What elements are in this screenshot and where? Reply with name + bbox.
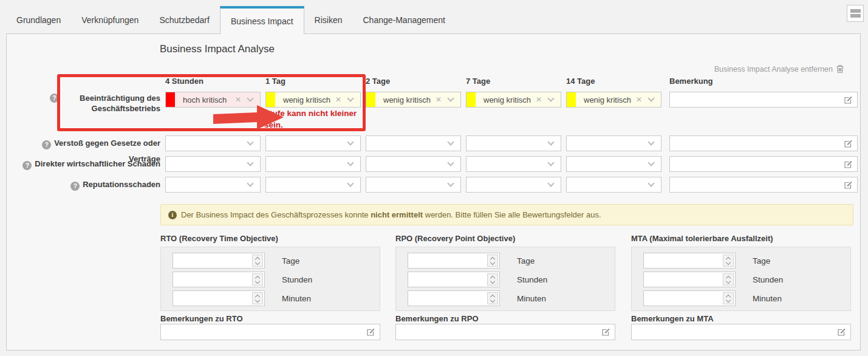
chevron-down-icon	[648, 159, 654, 166]
criticality-swatch	[166, 92, 175, 107]
clear-icon[interactable]: ✕	[436, 95, 442, 104]
bemerkung-input[interactable]	[669, 156, 858, 172]
criticality-select-4-stunden[interactable]	[165, 177, 261, 193]
mta-tage-spinner[interactable]	[643, 253, 736, 269]
row-label: ?Reputationsschaden	[12, 177, 160, 193]
spinner-buttons[interactable]	[723, 255, 734, 267]
matrix-row-wirtschaftlicher-schaden: ?Direkter wirtschaftlicher Schaden	[12, 156, 858, 172]
column-header-2-tage: 2 Tage	[366, 77, 461, 86]
help-icon[interactable]: ?	[70, 182, 80, 191]
edit-icon	[366, 327, 375, 337]
criticality-select-7-tage[interactable]: wenig kritisch ✕	[466, 92, 561, 108]
rto-tage-spinner[interactable]	[173, 253, 265, 269]
chevron-down-icon	[247, 139, 253, 145]
criticality-select-2-tage[interactable]: wenig kritisch ✕	[366, 92, 461, 108]
criticality-select-14-tage[interactable]	[566, 156, 661, 172]
tab-verknuepfungen[interactable]: Verknüpfungen	[71, 6, 149, 33]
criticality-select-2-tage[interactable]	[366, 156, 461, 172]
rto-remark-label: Bemerkungen zu RTO	[160, 314, 243, 323]
criticality-select-2-tage[interactable]	[366, 135, 461, 151]
tab-grundlagen[interactable]: Grundlagen	[6, 6, 71, 33]
criticality-select-1-tag[interactable]	[265, 156, 361, 172]
criticality-select-2-tage[interactable]	[366, 177, 461, 193]
criticality-select-4-stunden[interactable]	[165, 156, 261, 172]
chevron-down-icon	[247, 180, 253, 187]
criticality-select-4-stunden[interactable]	[165, 135, 261, 151]
edit-icon	[844, 139, 853, 148]
bemerkung-input[interactable]	[669, 92, 858, 108]
clear-icon[interactable]: ✕	[636, 95, 642, 104]
chevron-down-icon	[547, 95, 554, 101]
layout-toggle-button[interactable]	[847, 5, 864, 22]
mta-remark-label: Bemerkungen zu MTA	[631, 314, 714, 323]
column-header-14-tage: 14 Tage	[566, 77, 661, 86]
info-icon: i	[168, 211, 177, 219]
rto-section-title: RTO (Recovery Time Objective)	[160, 234, 278, 243]
column-header-1-tag: 1 Tag	[265, 77, 361, 86]
chevron-down-icon	[247, 95, 253, 101]
clear-icon[interactable]: ✕	[235, 95, 241, 104]
chevron-down-icon	[447, 159, 454, 166]
rpo-remark-input[interactable]	[395, 324, 615, 340]
column-header-7-tage: 7 Tage	[466, 77, 561, 86]
mta-minuten-spinner[interactable]	[643, 290, 736, 306]
criticality-select-7-tage[interactable]	[466, 156, 561, 172]
spinner-buttons[interactable]	[252, 292, 263, 304]
matrix-row-reputationsschaden: ?Reputationsschaden	[12, 177, 858, 193]
mta-panel: Tage Stunden Minuten	[631, 247, 851, 311]
chevron-down-icon	[547, 159, 554, 166]
remove-analysis-button[interactable]: Business Impact Analyse entfernen	[714, 64, 844, 74]
spinner-buttons[interactable]	[252, 273, 263, 286]
chevron-down-icon	[347, 159, 354, 166]
tab-risiken[interactable]: Risiken	[304, 6, 353, 33]
criticality-select-14-tage[interactable]	[566, 177, 661, 193]
rpo-panel: Tage Stunden Minuten	[395, 247, 615, 311]
chevron-down-icon	[547, 139, 554, 145]
criticality-select-7-tage[interactable]	[466, 135, 561, 151]
criticality-select-4-stunden[interactable]: hoch kritisch ✕	[165, 92, 261, 108]
edit-icon	[844, 160, 853, 169]
spinner-buttons[interactable]	[487, 273, 498, 286]
rto-stunden-spinner[interactable]	[173, 272, 265, 287]
column-header-bemerkung: Bemerkung	[669, 77, 858, 86]
criticality-select-7-tage[interactable]	[466, 177, 561, 193]
help-icon[interactable]: ?	[50, 94, 59, 103]
mta-remark-input[interactable]	[631, 324, 851, 340]
help-icon[interactable]: ?	[42, 140, 51, 149]
clear-icon[interactable]: ✕	[536, 95, 542, 104]
tab-change-management[interactable]: Change-Management	[353, 6, 456, 33]
criticality-select-1-tag[interactable]: wenig kritisch ✕	[265, 92, 361, 108]
help-icon[interactable]: ?	[22, 161, 32, 170]
criticality-select-14-tage[interactable]	[566, 135, 661, 151]
info-banner: i Der Business Impact des Geschäftsproze…	[160, 204, 853, 225]
rto-minuten-spinner[interactable]	[173, 290, 265, 306]
spinner-buttons[interactable]	[487, 255, 498, 267]
bemerkung-input[interactable]	[669, 135, 858, 151]
criticality-select-14-tage[interactable]: wenig kritisch ✕	[566, 92, 661, 108]
row-label: ?Beeinträchtigung des Geschäftsbetriebs	[12, 92, 160, 114]
rpo-minuten-spinner[interactable]	[408, 290, 500, 306]
mta-section-title: MTA (Maximal tolerierbare Ausfallzeit)	[631, 234, 773, 243]
clear-icon[interactable]: ✕	[335, 95, 341, 104]
rpo-stunden-spinner[interactable]	[408, 272, 500, 287]
rto-panel: Tage Stunden Minuten	[160, 247, 380, 311]
rpo-remark-label: Bemerkungen zu RPO	[395, 314, 479, 323]
bemerkung-input[interactable]	[669, 177, 858, 193]
mta-stunden-spinner[interactable]	[643, 272, 736, 287]
criticality-select-1-tag[interactable]	[265, 135, 361, 151]
tab-schutzbedarf[interactable]: Schutzbedarf	[149, 6, 220, 33]
business-impact-panel: Business Impact Analyse Business Impact …	[6, 33, 861, 351]
criticality-select-1-tag[interactable]	[265, 177, 361, 193]
spinner-buttons[interactable]	[723, 292, 734, 304]
chevron-down-icon	[447, 95, 454, 101]
tab-business-impact[interactable]: Business Impact	[220, 6, 304, 34]
rto-remark-input[interactable]	[160, 324, 380, 340]
spinner-buttons[interactable]	[487, 292, 498, 304]
spinner-buttons[interactable]	[252, 255, 263, 267]
rows-icon	[850, 14, 861, 18]
chevron-down-icon	[648, 95, 654, 101]
validation-error-message: Stufe kann nicht kleiner sein.	[264, 108, 361, 131]
rpo-tage-spinner[interactable]	[408, 253, 500, 269]
criticality-swatch	[466, 92, 476, 107]
spinner-buttons[interactable]	[723, 273, 734, 286]
